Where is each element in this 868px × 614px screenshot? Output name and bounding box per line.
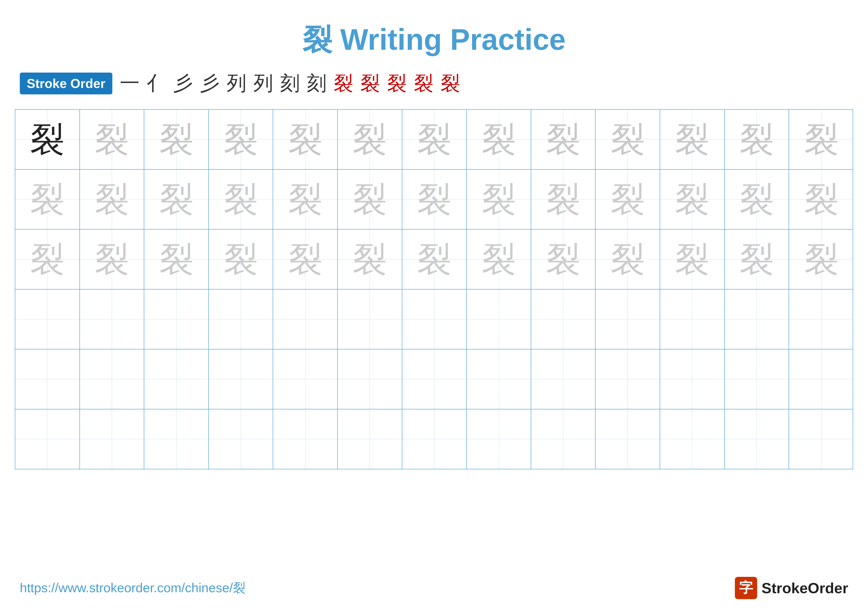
- stroke-2: 亻: [146, 70, 166, 97]
- practice-char: 裂: [675, 122, 709, 157]
- practice-char: 裂: [739, 122, 774, 157]
- practice-char: 裂: [352, 182, 387, 217]
- grid-cell[interactable]: [338, 289, 402, 349]
- grid-cell[interactable]: 裂: [338, 110, 402, 169]
- grid-cell[interactable]: 裂: [467, 169, 531, 229]
- grid-cell[interactable]: [209, 350, 273, 409]
- grid-cell[interactable]: 裂: [660, 230, 725, 289]
- grid-cell[interactable]: [144, 289, 209, 349]
- grid-cell[interactable]: 裂: [595, 169, 660, 229]
- grid-cell[interactable]: [725, 409, 789, 469]
- grid-cell[interactable]: 裂: [595, 230, 660, 289]
- grid-cell[interactable]: [80, 409, 144, 469]
- practice-char: 裂: [288, 122, 322, 157]
- grid-cell[interactable]: [16, 289, 80, 349]
- grid-cell[interactable]: [467, 289, 531, 349]
- grid-cell[interactable]: 裂: [209, 110, 273, 169]
- grid-cell[interactable]: 裂: [273, 169, 338, 229]
- grid-cell[interactable]: [531, 289, 596, 349]
- grid-row-4: [16, 289, 852, 350]
- grid-cell[interactable]: [273, 350, 338, 409]
- grid-cell[interactable]: [789, 409, 854, 469]
- grid-cell[interactable]: [338, 350, 402, 409]
- grid-cell[interactable]: 裂: [725, 230, 789, 289]
- grid-cell[interactable]: [595, 350, 660, 409]
- grid-cell[interactable]: 裂: [209, 169, 273, 229]
- grid-cell[interactable]: [595, 289, 660, 349]
- grid-cell[interactable]: [338, 409, 402, 469]
- practice-char: 裂: [611, 122, 645, 157]
- grid-cell[interactable]: 裂: [660, 110, 725, 169]
- grid-cell[interactable]: 裂: [402, 169, 467, 229]
- practice-char: 裂: [417, 242, 451, 277]
- grid-cell[interactable]: [80, 289, 144, 349]
- grid-cell[interactable]: [660, 289, 725, 349]
- grid-cell[interactable]: 裂: [16, 110, 80, 169]
- grid-cell[interactable]: 裂: [725, 169, 789, 229]
- grid-cell[interactable]: [467, 350, 531, 409]
- practice-char: 裂: [159, 182, 194, 217]
- grid-cell[interactable]: [725, 289, 789, 349]
- grid-cell[interactable]: 裂: [16, 230, 80, 289]
- grid-cell[interactable]: [209, 289, 273, 349]
- practice-char: 裂: [739, 242, 774, 277]
- grid-cell[interactable]: [531, 350, 596, 409]
- grid-cell[interactable]: 裂: [144, 110, 209, 169]
- grid-cell[interactable]: 裂: [338, 230, 402, 289]
- stroke-13: 裂: [440, 70, 460, 97]
- grid-cell[interactable]: [467, 409, 531, 469]
- footer-url[interactable]: https://www.strokeorder.com/chinese/裂: [20, 579, 246, 597]
- grid-cell[interactable]: 裂: [531, 169, 596, 229]
- grid-cell[interactable]: [595, 409, 660, 469]
- grid-cell[interactable]: 裂: [402, 230, 467, 289]
- grid-cell[interactable]: [789, 289, 854, 349]
- grid-cell[interactable]: [144, 409, 209, 469]
- grid-cell[interactable]: 裂: [467, 110, 531, 169]
- stroke-3: 彡: [173, 70, 193, 97]
- grid-cell[interactable]: [402, 350, 467, 409]
- grid-cell[interactable]: [725, 350, 789, 409]
- grid-cell[interactable]: 裂: [789, 110, 854, 169]
- grid-cell[interactable]: [209, 409, 273, 469]
- grid-cell[interactable]: [273, 409, 338, 469]
- grid-cell[interactable]: 裂: [531, 230, 596, 289]
- grid-cell[interactable]: 裂: [209, 230, 273, 289]
- grid-cell[interactable]: 裂: [338, 169, 402, 229]
- grid-cell[interactable]: [273, 289, 338, 349]
- grid-cell[interactable]: 裂: [80, 230, 144, 289]
- grid-cell[interactable]: 裂: [144, 230, 209, 289]
- stroke-12: 裂: [414, 70, 434, 97]
- grid-cell[interactable]: 裂: [16, 169, 80, 229]
- grid-cell[interactable]: 裂: [80, 169, 144, 229]
- practice-char: 裂: [95, 182, 129, 217]
- practice-char: 裂: [611, 242, 645, 277]
- grid-cell[interactable]: [660, 409, 725, 469]
- practice-grid[interactable]: 裂 裂 裂 裂 裂 裂 裂 裂 裂 裂 裂 裂 裂 裂 裂 裂 裂 裂 裂 裂 …: [15, 109, 853, 469]
- grid-cell[interactable]: [16, 409, 80, 469]
- stroke-chars: 一 亻 彡 彡 列 列 刻 刻 裂 裂 裂 裂 裂: [120, 70, 460, 97]
- grid-cell[interactable]: 裂: [660, 169, 725, 229]
- grid-cell[interactable]: 裂: [467, 230, 531, 289]
- grid-cell[interactable]: [789, 350, 854, 409]
- grid-cell[interactable]: [144, 350, 209, 409]
- grid-cell[interactable]: 裂: [725, 110, 789, 169]
- grid-cell[interactable]: [80, 350, 144, 409]
- grid-cell[interactable]: 裂: [144, 169, 209, 229]
- grid-cell[interactable]: 裂: [80, 110, 144, 169]
- grid-cell[interactable]: [402, 289, 467, 349]
- practice-char: 裂: [30, 182, 65, 217]
- practice-char: 裂: [482, 122, 516, 157]
- practice-char: 裂: [482, 242, 516, 277]
- grid-cell[interactable]: 裂: [402, 110, 467, 169]
- grid-cell[interactable]: 裂: [789, 169, 854, 229]
- grid-cell[interactable]: 裂: [595, 110, 660, 169]
- grid-cell[interactable]: [402, 409, 467, 469]
- grid-cell[interactable]: 裂: [789, 230, 854, 289]
- stroke-11: 裂: [387, 70, 407, 97]
- grid-cell[interactable]: [531, 409, 596, 469]
- grid-cell[interactable]: 裂: [531, 110, 596, 169]
- grid-cell[interactable]: 裂: [273, 230, 338, 289]
- grid-cell[interactable]: [660, 350, 725, 409]
- grid-cell[interactable]: [16, 350, 80, 409]
- grid-cell[interactable]: 裂: [273, 110, 338, 169]
